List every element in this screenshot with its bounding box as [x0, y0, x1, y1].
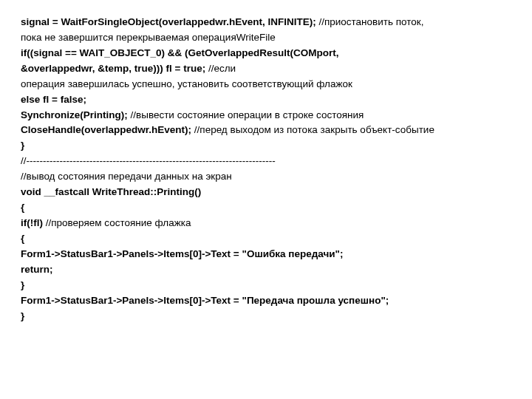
- code-line: }: [21, 309, 511, 324]
- code-text: if((signal == WAIT_OBJECT_0) && (GetOver…: [21, 47, 339, 58]
- code-text: else fl = false;: [21, 94, 86, 105]
- code-line: {: [21, 231, 511, 247]
- code-text: Form1->StatusBar1->Panels->Items[0]->Tex…: [21, 295, 389, 306]
- comment-text: //перед выходом из потока закрыть объект…: [191, 124, 434, 135]
- code-line: Form1->StatusBar1->Panels->Items[0]->Tex…: [21, 293, 511, 309]
- code-line: CloseHandle(overlappedwr.hEvent); //пере…: [21, 123, 511, 138]
- code-text: return;: [21, 264, 53, 275]
- code-line: //вывод состояния передачи данных на экр…: [21, 169, 511, 185]
- code-text: {: [21, 233, 24, 244]
- code-line: //--------------------------------------…: [21, 154, 511, 169]
- code-line: if(!fl) //проверяем состояние флажка: [21, 216, 511, 231]
- code-line: пока не завершится перекрываемая операци…: [21, 30, 511, 46]
- code-line: операция завершилась успешно, установить…: [21, 77, 511, 92]
- code-text: Form1->StatusBar1->Panels->Items[0]->Tex…: [21, 248, 343, 259]
- comment-text: //вывести состояние операции в строке со…: [128, 109, 364, 120]
- comment-text: //проверяем состояние флажка: [43, 217, 191, 228]
- code-text: Synchronize(Printing);: [21, 109, 128, 120]
- code-line: void __fastcall WriteThread::Printing(): [21, 185, 511, 200]
- code-text: }: [21, 310, 24, 321]
- code-text: void __fastcall WriteThread::Printing(): [21, 186, 201, 197]
- code-line: return;: [21, 262, 511, 278]
- code-line: Synchronize(Printing); //вывести состоян…: [21, 108, 511, 123]
- code-text: {: [21, 202, 24, 213]
- code-text: }: [21, 279, 24, 290]
- code-line: &overlappedwr, &temp, true))) fl = true;…: [21, 61, 511, 77]
- comment-text: операция завершилась успешно, установить…: [21, 78, 352, 89]
- code-line: {: [21, 200, 511, 216]
- code-line: signal = WaitForSingleObject(overlappedw…: [21, 15, 511, 30]
- code-text: if(!fl): [21, 217, 43, 228]
- comment-text: //приостановить поток,: [316, 16, 424, 27]
- comment-text: пока не завершится перекрываемая операци…: [21, 32, 276, 43]
- code-line: else fl = false;: [21, 92, 511, 108]
- code-line: }: [21, 138, 511, 154]
- code-block: signal = WaitForSingleObject(overlappedw…: [21, 15, 511, 324]
- code-line: Form1->StatusBar1->Panels->Items[0]->Tex…: [21, 247, 511, 262]
- comment-text: //--------------------------------------…: [21, 155, 276, 166]
- comment-text: //если: [205, 63, 236, 74]
- code-text: &overlappedwr, &temp, true))) fl = true;: [21, 63, 205, 74]
- comment-text: //вывод состояния передачи данных на экр…: [21, 171, 232, 182]
- code-text: }: [21, 140, 24, 151]
- code-line: }: [21, 278, 511, 293]
- code-text: CloseHandle(overlappedwr.hEvent);: [21, 124, 191, 135]
- code-text: signal = WaitForSingleObject(overlappedw…: [21, 16, 316, 27]
- code-line: if((signal == WAIT_OBJECT_0) && (GetOver…: [21, 46, 511, 61]
